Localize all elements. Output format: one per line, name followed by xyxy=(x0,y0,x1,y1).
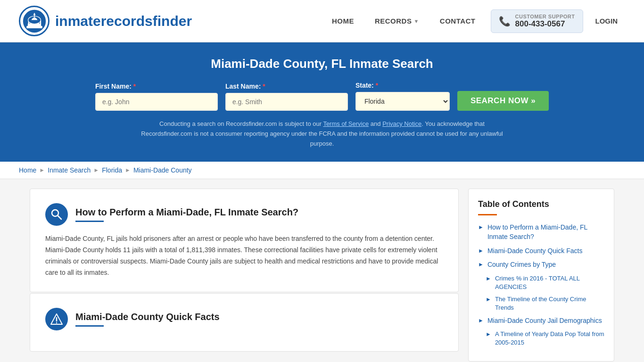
search-form: First Name: * Last Name: * State: * Flor… xyxy=(19,82,625,111)
nav-login[interactable]: LOGIN xyxy=(588,12,626,30)
toc-title: Table of Contents xyxy=(478,199,604,209)
alert-icon xyxy=(50,313,63,325)
toc-link-0[interactable]: How to Perform a Miami-Dade, FL Inmate S… xyxy=(487,223,604,241)
support-phone[interactable]: 800-433-0567 xyxy=(515,19,575,29)
logo-icon xyxy=(19,6,50,36)
required-star-last: * xyxy=(263,82,265,90)
first-name-group: First Name: * xyxy=(95,82,218,111)
card-how-to-title: How to Perform a Miami-Dade, FL Inmate S… xyxy=(75,207,298,218)
toc-item-0[interactable]: ► How to Perform a Miami-Dade, FL Inmate… xyxy=(478,223,604,241)
chevron-right-icon-3: ► xyxy=(486,275,491,282)
terms-link[interactable]: Terms of Service xyxy=(323,120,369,127)
breadcrumb-home[interactable]: Home xyxy=(19,166,36,174)
first-name-input[interactable] xyxy=(95,93,218,111)
breadcrumb: Home ► Inmate Search ► Florida ► Miami-D… xyxy=(0,162,644,179)
card-quick-facts-header: Miami-Dade County Quick Facts xyxy=(45,308,443,330)
search-icon-circle xyxy=(45,203,68,226)
toc-card: Table of Contents ► How to Perform a Mia… xyxy=(468,189,614,362)
toc-item-2[interactable]: ► County Crimes by Type xyxy=(478,260,604,270)
state-select[interactable]: Florida Alabama Alaska Arizona Californi… xyxy=(355,92,450,111)
toc-item-3[interactable]: ► Crimes % in 2016 - TOTAL ALL AGENCIES xyxy=(486,274,604,291)
state-label: State: * xyxy=(355,82,450,89)
search-banner: Miami-Dade County, FL Inmate Search Firs… xyxy=(0,42,644,162)
nav-home[interactable]: HOME xyxy=(322,12,364,30)
chevron-right-icon-0: ► xyxy=(478,224,484,230)
support-box: 📞 CUSTOMER SUPPORT 800-433-0567 xyxy=(491,9,583,33)
breadcrumb-sep-1: ► xyxy=(39,167,45,173)
chevron-right-icon-2: ► xyxy=(478,261,484,268)
toc-link-3[interactable]: Crimes % in 2016 - TOTAL ALL AGENCIES xyxy=(495,274,604,291)
last-name-label: Last Name: * xyxy=(225,82,348,90)
card-how-to: How to Perform a Miami-Dade, FL Inmate S… xyxy=(30,189,459,292)
svg-line-14 xyxy=(58,216,62,220)
content-left: How to Perform a Miami-Dade, FL Inmate S… xyxy=(30,189,459,352)
toc-link-6[interactable]: A Timeline of Yearly Data Pop Total from… xyxy=(495,330,604,347)
last-name-group: Last Name: * xyxy=(225,82,348,111)
last-name-input[interactable] xyxy=(225,93,348,111)
toc-link-5[interactable]: Miami-Dade County Jail Demographics xyxy=(487,316,602,326)
required-star-first: * xyxy=(133,82,136,90)
state-group: State: * Florida Alabama Alaska Arizona … xyxy=(355,82,450,111)
chevron-right-icon-6: ► xyxy=(486,331,491,337)
toc-item-4[interactable]: ► The Timeline of the County Crime Trend… xyxy=(486,295,604,312)
main-nav: HOME RECORDS ▼ CONTACT 📞 CUSTOMER SUPPOR… xyxy=(322,9,625,33)
chevron-right-icon-1: ► xyxy=(478,247,484,254)
card-how-to-header: How to Perform a Miami-Dade, FL Inmate S… xyxy=(45,203,443,226)
search-icon xyxy=(50,208,63,221)
chevron-down-icon: ▼ xyxy=(413,18,419,24)
toc-item-5[interactable]: ► Miami-Dade County Jail Demographics xyxy=(478,316,604,326)
toc-divider xyxy=(478,214,497,215)
toc-item-1[interactable]: ► Miami-Dade County Quick Facts xyxy=(478,247,604,256)
toc-item-6[interactable]: ► A Timeline of Yearly Data Pop Total fr… xyxy=(486,330,604,347)
card-quick-facts-underline xyxy=(75,325,104,327)
breadcrumb-miami-dade: Miami-Dade County xyxy=(133,166,192,174)
logo-area: inmaterecordsfinder xyxy=(19,6,192,36)
content-right-sidebar: Table of Contents ► How to Perform a Mia… xyxy=(468,189,614,362)
toc-sub-group: ► Crimes % in 2016 - TOTAL ALL AGENCIES … xyxy=(486,274,604,313)
logo-text: inmaterecordsfinder xyxy=(55,13,192,29)
toc-link-2[interactable]: County Crimes by Type xyxy=(487,260,556,270)
first-name-label: First Name: * xyxy=(95,82,218,90)
card-quick-facts-title: Miami-Dade County Quick Facts xyxy=(75,312,220,322)
toc-link-4[interactable]: The Timeline of the County Crime Trends xyxy=(495,295,604,312)
breadcrumb-sep-2: ► xyxy=(93,167,99,173)
card-quick-facts: Miami-Dade County Quick Facts xyxy=(30,293,459,352)
chevron-right-icon-4: ► xyxy=(486,296,491,303)
nav-contact[interactable]: CONTACT xyxy=(429,12,486,30)
header: inmaterecordsfinder HOME RECORDS ▼ CONTA… xyxy=(0,0,644,42)
card-how-to-body: Miami-Dade County, FL jails hold prisone… xyxy=(45,233,443,278)
required-star-state: * xyxy=(376,82,378,89)
nav-records[interactable]: RECORDS ▼ xyxy=(364,12,429,30)
breadcrumb-inmate-search[interactable]: Inmate Search xyxy=(48,166,91,174)
privacy-link[interactable]: Privacy Notice xyxy=(382,120,421,127)
search-banner-title: Miami-Dade County, FL Inmate Search xyxy=(19,57,625,71)
disclaimer-text: Conducting a search on Recordsfinder.com… xyxy=(133,119,511,148)
svg-point-17 xyxy=(56,322,57,323)
breadcrumb-sep-3: ► xyxy=(125,167,131,173)
support-label: CUSTOMER SUPPORT xyxy=(515,14,575,19)
toc-link-1[interactable]: Miami-Dade County Quick Facts xyxy=(487,247,583,256)
phone-icon: 📞 xyxy=(499,16,511,27)
main-content: How to Perform a Miami-Dade, FL Inmate S… xyxy=(20,189,624,362)
breadcrumb-florida[interactable]: Florida xyxy=(102,166,122,174)
card-how-to-underline xyxy=(75,221,104,222)
toc-sub-group-2: ► A Timeline of Yearly Data Pop Total fr… xyxy=(486,330,604,347)
alert-icon-circle xyxy=(45,308,68,330)
search-button[interactable]: SEARCH NOW » xyxy=(457,91,549,111)
chevron-right-icon-5: ► xyxy=(478,317,484,324)
